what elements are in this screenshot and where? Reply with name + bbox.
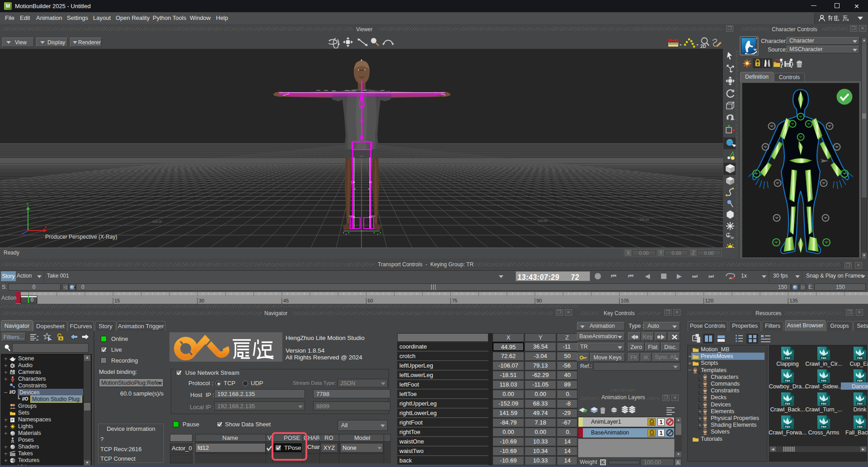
- svg-text:15: 15: [114, 298, 120, 303]
- svg-text:FBX: FBX: [821, 402, 826, 405]
- svg-text:FBX: FBX: [857, 379, 863, 382]
- svg-text:60: 60: [368, 298, 373, 303]
- svg-text:45: 45: [283, 298, 289, 303]
- svg-text:FBX: FBX: [857, 357, 863, 359]
- svg-text:FBX: FBX: [785, 379, 790, 382]
- svg-text:FBX: FBX: [821, 425, 826, 428]
- svg-text:X: X: [44, 225, 47, 230]
- svg-text:90: 90: [536, 298, 542, 303]
- svg-text:75: 75: [452, 298, 457, 303]
- svg-text:200.00: 200.00: [639, 218, 649, 221]
- svg-text:2D: 2D: [700, 44, 706, 49]
- svg-text:FBX: FBX: [785, 402, 790, 405]
- svg-text:Y: Y: [26, 202, 29, 206]
- svg-text:FBX: FBX: [821, 379, 826, 382]
- svg-text:30: 30: [199, 298, 204, 303]
- svg-text:0: 0: [31, 297, 33, 302]
- svg-text:-100.00: -100.00: [151, 220, 162, 223]
- svg-text:FBX: FBX: [857, 402, 863, 405]
- svg-text:135: 135: [789, 298, 798, 303]
- svg-text:FBX: FBX: [785, 425, 790, 428]
- svg-text:FBX: FBX: [785, 357, 790, 359]
- svg-text:FBX: FBX: [821, 357, 826, 359]
- svg-text:120: 120: [705, 298, 713, 303]
- svg-text:100.00: 100.00: [538, 219, 548, 222]
- svg-text:105: 105: [621, 298, 629, 303]
- svg-text:FBX: FBX: [857, 425, 863, 428]
